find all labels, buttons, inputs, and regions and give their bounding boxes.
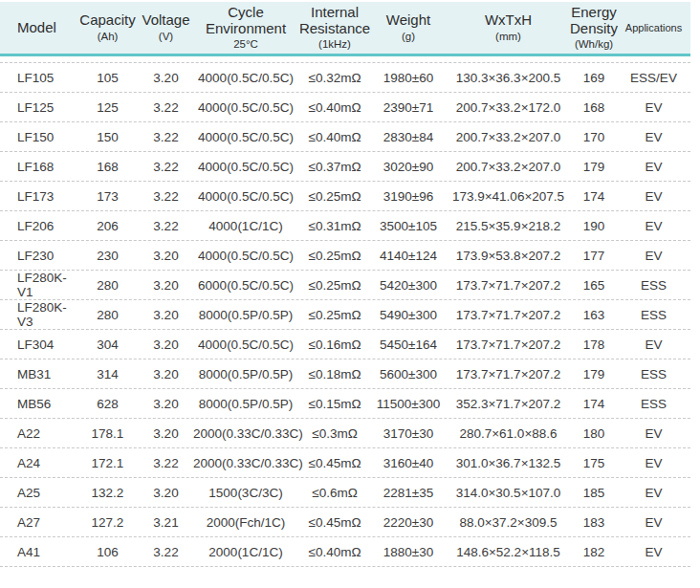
- table-row: A24172.13.222000(0.33C/0.33C)≤0.45mΩ3160…: [0, 448, 690, 478]
- cell-applications: EV: [617, 515, 690, 530]
- cell-capacity: 304: [77, 338, 139, 352]
- cell-energy: 183: [571, 515, 617, 530]
- cell-resistance: ≤0.40mΩ: [298, 130, 371, 144]
- table-row: A22178.13.202000(0.33C/0.33C)≤0.3mΩ3170±…: [0, 419, 690, 448]
- cell-cycle: 2000(0.33C/0.33C): [193, 456, 298, 470]
- cell-resistance: ≤0.37mΩ: [298, 160, 371, 174]
- cell-model: MB31: [0, 367, 77, 381]
- cell-cycle: 2000(Fch/1C): [193, 515, 298, 530]
- cell-applications: EV: [617, 338, 690, 352]
- cell-applications: EV: [617, 426, 690, 441]
- cell-model: A25: [0, 486, 77, 500]
- cell-weight: 3160±40: [371, 456, 446, 470]
- column-unit: (Ah): [98, 31, 119, 43]
- column-header-model: Model: [0, 2, 77, 54]
- cell-energy: 169: [571, 71, 617, 85]
- cell-cycle: 2000(1C/1C): [193, 545, 298, 559]
- cell-energy: 178: [571, 338, 617, 352]
- column-label: Weight: [386, 12, 430, 29]
- column-unit: 25°C: [233, 38, 258, 51]
- column-header-resistance: Internal Resistance(1kHz): [298, 2, 371, 54]
- table-row: LF2062063.224000(1C/1C)≤0.31mΩ3500±10521…: [0, 211, 690, 241]
- cell-capacity: 132.2: [77, 486, 139, 500]
- cell-resistance: ≤0.25mΩ: [298, 189, 371, 204]
- cell-weight: 5490±300: [371, 308, 446, 322]
- cell-voltage: 3.20: [139, 338, 193, 352]
- cell-applications: ESS: [617, 367, 690, 381]
- cell-capacity: 125: [77, 100, 139, 115]
- cell-cycle: 1500(3C/3C): [193, 486, 298, 500]
- table-body: LF1051053.204000(0.5C/0.5C)≤0.32mΩ1980±6…: [0, 62, 690, 567]
- cell-capacity: 150: [77, 130, 139, 144]
- cell-capacity: 172.1: [77, 456, 139, 470]
- cell-applications: ESS: [617, 397, 690, 411]
- table-row: LF1731733.224000(0.5C/0.5C)≤0.25mΩ3190±9…: [0, 182, 690, 211]
- table-row: A25132.23.201500(3C/3C)≤0.6mΩ2281±35314.…: [0, 478, 690, 508]
- cell-cycle: 4000(0.5C/0.5C): [193, 130, 298, 144]
- cell-voltage: 3.20: [139, 367, 193, 381]
- table-row: MB313143.208000(0.5P/0.5P)≤0.18mΩ5600±30…: [0, 359, 690, 389]
- cell-model: MB56: [0, 397, 77, 411]
- cell-resistance: ≤0.6mΩ: [298, 486, 371, 500]
- cell-capacity: 173: [77, 189, 139, 204]
- cell-resistance: ≤0.32mΩ: [298, 71, 371, 85]
- cell-cycle: 8000(0.5P/0.5P): [193, 397, 298, 411]
- cell-weight: 2390±71: [371, 100, 446, 115]
- cell-weight: 3170±30: [371, 426, 446, 441]
- cell-cycle: 4000(0.5C/0.5C): [193, 338, 298, 352]
- cell-energy: 174: [571, 189, 617, 204]
- cell-dimensions: 200.7×33.2×207.0: [446, 130, 571, 144]
- cell-applications: EV: [617, 456, 690, 470]
- cell-weight: 2220±30: [371, 515, 446, 530]
- cell-capacity: 168: [77, 160, 139, 174]
- cell-voltage: 3.20: [139, 71, 193, 85]
- cell-resistance: ≤0.31mΩ: [298, 219, 371, 233]
- cell-dimensions: 352.3×71.7×207.2: [446, 397, 571, 411]
- cell-applications: EV: [617, 160, 690, 174]
- cell-model: LF280K-V1: [0, 271, 77, 299]
- cell-voltage: 3.21: [139, 515, 193, 530]
- column-header-capacity: Capacity(Ah): [77, 2, 139, 54]
- cell-applications: EV: [617, 130, 690, 144]
- cell-resistance: ≤0.18mΩ: [298, 367, 371, 381]
- cell-model: A41: [0, 545, 77, 559]
- column-header-voltage: Voltage(V): [139, 2, 193, 54]
- cell-applications: EV: [617, 219, 690, 233]
- column-unit: (mm): [495, 31, 521, 43]
- table-row: LF280K-V12803.206000(0.5C/0.5C)≤0.25mΩ54…: [0, 271, 690, 300]
- cell-dimensions: 173.7×71.7×207.2: [446, 338, 571, 352]
- cell-applications: EV: [617, 100, 690, 115]
- cell-dimensions: 173.7×71.7×207.2: [446, 278, 571, 293]
- column-unit: (V): [159, 31, 173, 43]
- column-label: Cycle Environment: [206, 5, 286, 37]
- table-row: MB566283.208000(0.5P/0.5P)≤0.15mΩ11500±3…: [0, 389, 690, 419]
- cell-applications: EV: [617, 486, 690, 500]
- cell-weight: 4140±124: [371, 249, 446, 263]
- cell-voltage: 3.22: [139, 130, 193, 144]
- cell-energy: 168: [571, 100, 617, 115]
- cell-voltage: 3.22: [139, 160, 193, 174]
- cell-model: LF280K-V3: [0, 300, 77, 329]
- cell-resistance: ≤0.16mΩ: [298, 338, 371, 352]
- cell-capacity: 280: [77, 278, 139, 293]
- cell-voltage: 3.22: [139, 189, 193, 204]
- cell-model: LF230: [0, 249, 77, 263]
- cell-model: LF168: [0, 160, 77, 174]
- cell-capacity: 106: [77, 545, 139, 559]
- cell-energy: 174: [571, 397, 617, 411]
- cell-model: LF125: [0, 100, 77, 115]
- cell-dimensions: 173.7×71.7×207.2: [446, 308, 571, 322]
- cell-applications: ESS: [617, 308, 690, 322]
- column-header-weight: Weight(g): [371, 2, 446, 54]
- column-label: Voltage: [142, 12, 189, 29]
- cell-model: LF173: [0, 189, 77, 204]
- cell-energy: 182: [571, 545, 617, 559]
- table-row: LF1251253.224000(0.5C/0.5C)≤0.40mΩ2390±7…: [0, 93, 690, 122]
- column-unit: (1kHz): [318, 38, 351, 51]
- cell-resistance: ≤0.25mΩ: [298, 308, 371, 322]
- table-row: LF3043043.204000(0.5C/0.5C)≤0.16mΩ5450±1…: [0, 330, 690, 359]
- battery-spec-table: ModelCapacity(Ah)Voltage(V)Cycle Environ…: [0, 2, 690, 567]
- cell-capacity: 105: [77, 71, 139, 85]
- cell-dimensions: 130.3×36.3×200.5: [446, 71, 571, 85]
- cell-model: LF304: [0, 338, 77, 352]
